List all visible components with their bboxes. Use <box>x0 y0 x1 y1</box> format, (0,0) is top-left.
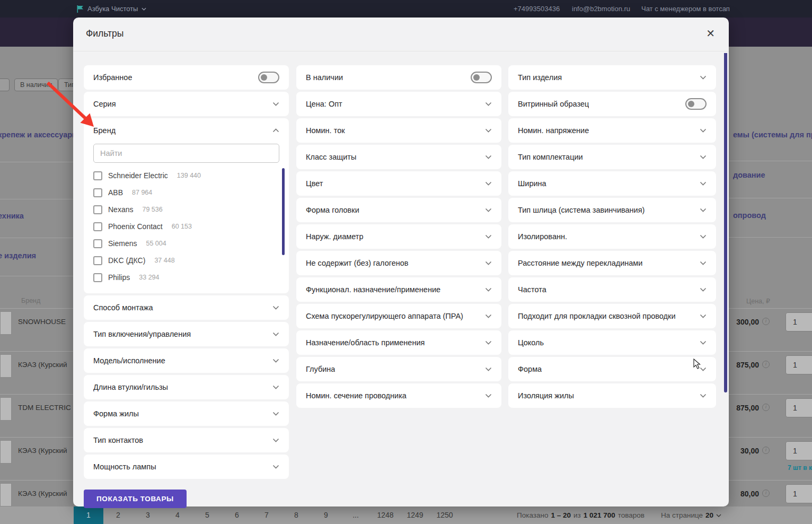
category-link[interactable]: опровод <box>733 211 766 220</box>
pagination-page-1250[interactable]: 1250 <box>430 506 460 524</box>
info-icon[interactable]: i <box>762 490 770 497</box>
pagination-page-1249[interactable]: 1249 <box>400 506 430 524</box>
filter-group-header-бренд[interactable]: Бренд <box>84 118 289 143</box>
filter-group-тип-включения-управления[interactable]: Тип включения/управления <box>84 322 289 346</box>
quantity-input[interactable]: 1 <box>785 441 812 460</box>
filter-group-тип-шлица-система-завинчивания[interactable]: Тип шлица (система завинчивания) <box>508 198 716 222</box>
checkbox[interactable] <box>93 188 102 197</box>
filter-group-форма-жилы[interactable]: Форма жилы <box>84 401 289 426</box>
filter-group-форма[interactable]: Форма <box>508 357 716 381</box>
pagination-page-3[interactable]: 3 <box>133 506 163 524</box>
quantity-input[interactable]: 1 <box>785 484 812 503</box>
filter-group-в-наличии[interactable]: В наличии <box>296 65 501 90</box>
pagination-page-2[interactable]: 2 <box>103 506 133 524</box>
filter-chip-cut[interactable]: е <box>0 78 10 91</box>
whatsapp-chat-link[interactable]: Чат с менеджером в вотсап <box>641 0 730 18</box>
filter-group-цена-опт[interactable]: Цена: Опт <box>296 92 501 116</box>
filter-group-подходит-для-прокладки-сквозной-проводки[interactable]: Подходит для прокладки сквозной проводки <box>508 304 716 328</box>
pagination-page-1[interactable]: 1 <box>74 506 103 524</box>
filter-group-расстояние-между-перекладинами[interactable]: Расстояние между перекладинами <box>508 251 716 275</box>
filter-group-избранное[interactable]: Избранное <box>84 65 289 90</box>
brand-list-scrollbar[interactable] <box>282 168 285 255</box>
filter-group-номин-ток[interactable]: Номин. ток <box>296 118 501 143</box>
filter-group-функционал-назначение-применение[interactable]: Функционал. назначение/применение <box>296 277 501 302</box>
brand-option-count: 79 536 <box>142 206 162 213</box>
filter-group-тип-контактов[interactable]: Тип контактов <box>84 428 289 452</box>
table-cell-price: 30,00 <box>729 447 759 455</box>
filter-group-цоколь[interactable]: Цоколь <box>508 330 716 355</box>
brand-option-dkc-дкс[interactable]: DKC (ДКС)37 448 <box>93 252 286 269</box>
filter-group-мощность-лампы[interactable]: Мощность лампы <box>84 455 289 479</box>
filter-group-частота[interactable]: Частота <box>508 277 716 302</box>
category-link[interactable]: ехника <box>0 212 24 220</box>
brand-option-schneider-electric[interactable]: Schneider Electric139 440 <box>93 167 286 184</box>
filter-group-форма-головки[interactable]: Форма головки <box>296 198 501 222</box>
pagination-page-5[interactable]: 5 <box>192 506 222 524</box>
checkbox[interactable] <box>93 256 102 265</box>
checkbox[interactable] <box>93 171 102 180</box>
toggle-switch-off[interactable] <box>258 72 279 83</box>
info-icon[interactable]: i <box>762 447 770 454</box>
phone-link[interactable]: +74993503436 <box>514 0 560 18</box>
modal-scrollbar[interactable] <box>724 53 727 392</box>
brand-option-siemens[interactable]: Siemens55 004 <box>93 235 286 252</box>
brand-selector[interactable]: Азбука Чистоты <box>77 0 146 18</box>
filter-group-номин-напряжение[interactable]: Номин. напряжение <box>508 118 716 143</box>
checkbox[interactable] <box>93 222 102 231</box>
filter-group-класс-защиты[interactable]: Класс защиты <box>296 145 501 169</box>
filter-group-серия[interactable]: Серия <box>84 92 289 116</box>
brand-option-philips[interactable]: Philips33 294 <box>93 269 286 286</box>
pagination-page-6[interactable]: 6 <box>222 506 252 524</box>
toggle-switch-off[interactable] <box>685 98 707 110</box>
brand-option-count: 37 448 <box>154 257 174 264</box>
filter-group-способ-монтажа[interactable]: Способ монтажа <box>84 295 289 320</box>
brand-search-input[interactable] <box>93 144 279 163</box>
filter-group-цвет[interactable]: Цвет <box>296 171 501 196</box>
checkbox[interactable] <box>93 273 102 282</box>
category-link[interactable]: е изделия <box>0 251 36 260</box>
brand-option-abb[interactable]: ABB87 964 <box>93 184 286 201</box>
category-link[interactable]: емы (системы для прокл <box>733 130 812 139</box>
filter-group-модель-исполнение[interactable]: Модель/исполнение <box>84 348 289 373</box>
filter-group-назначение-область-применения[interactable]: Назначение/область применения <box>296 330 501 355</box>
show-products-button[interactable]: ПОКАЗАТЬ ТОВАРЫ <box>84 490 187 508</box>
brand-option-nexans[interactable]: Nexans79 536 <box>93 201 286 218</box>
checkbox[interactable] <box>93 239 102 248</box>
filter-group-длина-втулки-гильзы[interactable]: Длина втулки/гильзы <box>84 375 289 399</box>
filter-group-витринный-образец[interactable]: Витринный образец <box>508 92 716 116</box>
pagination-page-9[interactable]: 9 <box>311 506 341 524</box>
brand-option-count: 33 294 <box>139 274 159 281</box>
per-page-select[interactable]: На странице 20 <box>661 506 721 524</box>
brand-option-phoenix-contact[interactable]: Phoenix Contact60 153 <box>93 218 286 235</box>
product-thumbnail <box>0 354 12 378</box>
filter-group-тип-изделия[interactable]: Тип изделия <box>508 65 716 90</box>
pagination-page-1248[interactable]: 1248 <box>370 506 400 524</box>
category-link[interactable]: крепеж и аксессуары <box>0 130 78 139</box>
close-icon[interactable]: ✕ <box>706 27 715 40</box>
quantity-input[interactable]: 1 <box>785 355 812 374</box>
filter-group-схема-пускорегулирующего-аппарата-пра[interactable]: Схема пускорегулирующего аппарата (ПРА) <box>296 304 501 328</box>
info-icon[interactable]: i <box>762 318 770 325</box>
email-link[interactable]: info@b2bmotion.ru <box>572 0 630 18</box>
info-icon[interactable]: i <box>762 361 770 368</box>
quantity-input[interactable]: 1 <box>785 312 812 331</box>
filter-group-тип-комплектации[interactable]: Тип комплектации <box>508 145 716 169</box>
filter-group-изоляция-жилы[interactable]: Изоляция жилы <box>508 383 716 408</box>
filter-group-ширина[interactable]: Ширина <box>508 171 716 196</box>
brand-option-eaton[interactable]: EATON20 197 <box>93 286 286 287</box>
pagination-page-8[interactable]: 8 <box>281 506 311 524</box>
category-link[interactable]: дование <box>733 171 765 179</box>
filter-group-изолированн[interactable]: Изолированн. <box>508 224 716 249</box>
table-cell-price: 875,00 <box>729 361 759 369</box>
filter-chip-in-stock[interactable]: В наличии <box>14 78 58 91</box>
toggle-switch-off[interactable] <box>471 72 492 83</box>
checkbox[interactable] <box>93 205 102 214</box>
quantity-input[interactable]: 1 <box>785 398 812 417</box>
filter-group-не-содержит-без-галогенов[interactable]: Не содержит (без) галогенов <box>296 251 501 275</box>
filter-group-глубина[interactable]: Глубина <box>296 357 501 381</box>
filter-group-номин-сечение-проводника[interactable]: Номин. сечение проводника <box>296 383 501 408</box>
filter-group-наруж-диаметр[interactable]: Наруж. диаметр <box>296 224 501 249</box>
info-icon[interactable]: i <box>762 404 770 411</box>
pagination-page-7[interactable]: 7 <box>252 506 281 524</box>
pagination-page-4[interactable]: 4 <box>163 506 192 524</box>
